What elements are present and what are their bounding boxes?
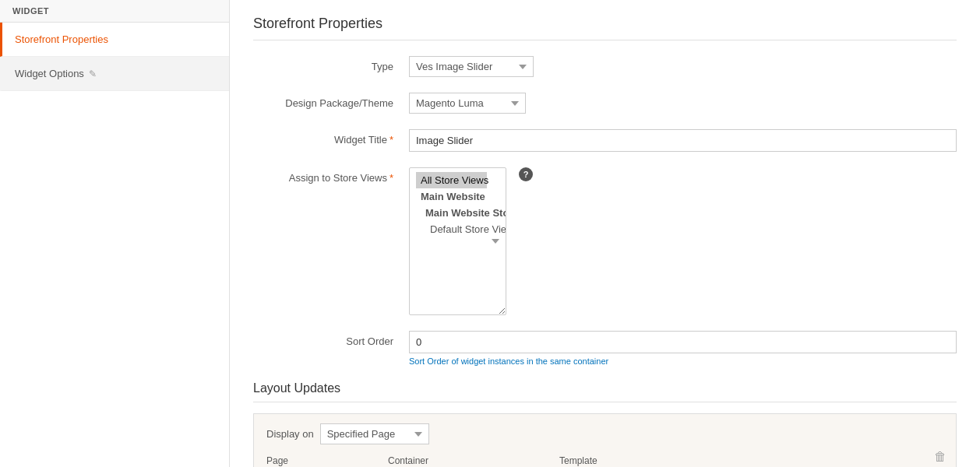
type-label: Type <box>253 56 409 72</box>
store-views-required: * <box>390 172 393 184</box>
store-views-label: Assign to Store Views* <box>253 167 409 184</box>
sidebar-item-storefront-properties[interactable]: Storefront Properties <box>0 23 229 57</box>
store-view-all-option: All Store Views <box>416 172 487 188</box>
edit-icon: ✎ <box>89 68 97 79</box>
layout-update-box: Display on Specified Page Page CMS Home … <box>253 413 957 467</box>
sort-order-row: Sort Order Sort Order of widget instance… <box>253 331 957 366</box>
delete-layout-button[interactable]: 🗑 <box>934 450 947 464</box>
template-label: Template <box>559 455 690 466</box>
sidebar-item-widget-options-label: Widget Options <box>15 68 84 79</box>
widget-title-required: * <box>390 134 393 146</box>
store-views-row: Assign to Store Views* All Store Views M… <box>253 167 957 315</box>
display-on-row: Display on Specified Page <box>266 423 943 444</box>
widget-title-input[interactable] <box>409 129 957 152</box>
type-control: Ves Image Slider <box>409 56 957 77</box>
sidebar-item-storefront-properties-label: Storefront Properties <box>15 33 108 45</box>
design-package-row: Design Package/Theme Magento Luma <box>253 93 957 114</box>
sort-order-input[interactable] <box>409 331 957 353</box>
display-on-select[interactable]: Specified Page <box>320 423 429 444</box>
sort-order-hint: Sort Order of widget instances in the sa… <box>409 356 957 366</box>
container-field: Container Main Content Top <box>388 455 544 467</box>
store-view-default-option: Default Store View <box>416 221 487 237</box>
widget-title-row: Widget Title* <box>253 129 957 152</box>
store-views-control: All Store Views Main Website Main Websit… <box>409 167 957 315</box>
template-field: Template Please Select Container First <box>559 455 690 467</box>
display-on-label: Display on <box>266 428 314 440</box>
store-view-main-website-option: Main Website <box>416 188 487 205</box>
type-row: Type Ves Image Slider <box>253 56 957 77</box>
layout-fields-row: Page CMS Home Page Container Main Conten… <box>266 455 943 467</box>
delete-icon: 🗑 <box>934 450 947 463</box>
store-views-help-icon[interactable]: ? <box>519 167 533 181</box>
type-select[interactable]: Ves Image Slider <box>409 56 534 77</box>
sort-order-label: Sort Order <box>253 331 409 347</box>
layout-section-title: Layout Updates <box>253 381 957 402</box>
store-view-main-website-store-option: Main Website Store <box>416 205 487 221</box>
design-package-select[interactable]: Magento Luma <box>409 93 526 114</box>
storefront-section-title: Storefront Properties <box>253 16 957 40</box>
sidebar-header: WIDGET <box>0 0 229 23</box>
widget-title-control <box>409 129 957 152</box>
sidebar-item-widget-options[interactable]: Widget Options ✎ <box>0 57 229 91</box>
main-content: Storefront Properties Type Ves Image Sli… <box>230 0 980 467</box>
page-field: Page CMS Home Page <box>266 455 372 467</box>
sort-order-control: Sort Order of widget instances in the sa… <box>409 331 957 366</box>
sidebar: WIDGET Storefront Properties Widget Opti… <box>0 0 230 467</box>
page-label: Page <box>266 455 372 466</box>
widget-title-label: Widget Title* <box>253 129 409 146</box>
design-package-label: Design Package/Theme <box>253 93 409 109</box>
design-package-control: Magento Luma <box>409 93 957 114</box>
container-label: Container <box>388 455 544 466</box>
store-views-multiselect[interactable]: All Store Views Main Website Main Websit… <box>409 167 506 315</box>
